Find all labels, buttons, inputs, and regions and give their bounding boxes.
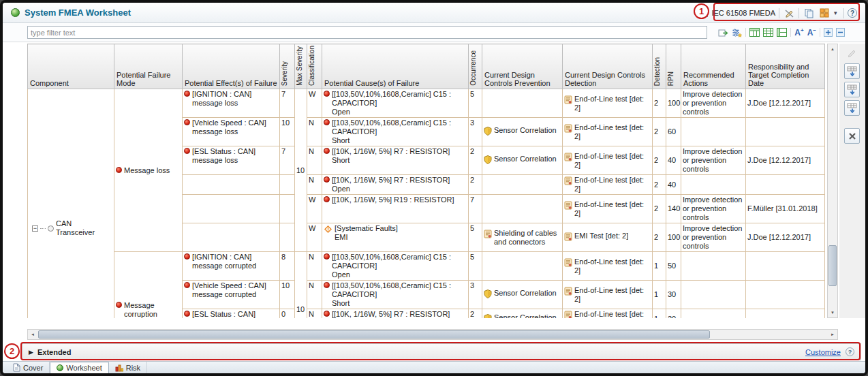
insert-below-button-2[interactable] <box>844 82 860 97</box>
cell-detection_controls[interactable]: End-of-Line test [det: 2] <box>563 146 653 175</box>
cell-effect[interactable] <box>183 175 280 195</box>
cell-severity[interactable]: 10 <box>280 281 295 309</box>
cell-detection_controls[interactable]: End-of-Line test [det: 2] <box>563 89 653 118</box>
tab-risk[interactable]: Risk <box>109 362 147 373</box>
cell-effect[interactable] <box>183 223 280 252</box>
cell-prevention[interactable]: Sensor Correlation <box>482 309 563 319</box>
scroll-down-arrow[interactable]: ▼ <box>828 308 837 317</box>
cell-detection_controls[interactable]: End-of-Line test [det: 2] <box>563 175 653 195</box>
cell-cause[interactable]: [[103,50V,10%,1608,Ceramic] C15 : CAPACI… <box>322 89 469 118</box>
cell-occurrence[interactable]: 2 <box>469 309 482 319</box>
cell-severity[interactable] <box>280 175 295 195</box>
cell-occurrence[interactable]: 2 <box>469 146 482 175</box>
table-view-side-icon[interactable] <box>777 27 787 38</box>
cell-detection_controls[interactable]: End-of-Line test [det: 2] <box>563 118 653 146</box>
cell-rpn[interactable]: 60 <box>666 118 681 146</box>
cell-detection_controls[interactable]: End-of-Line test [det: 2] <box>563 309 653 319</box>
cell-detection_controls[interactable]: End-of-Line test [det: 2] <box>563 195 653 223</box>
cell-responsibility[interactable] <box>746 175 825 195</box>
cell-responsibility[interactable]: J.Doe [12.12.2017] <box>746 223 825 252</box>
cell-rpn[interactable]: 140 <box>666 195 681 223</box>
cell-occurrence[interactable]: 3 <box>469 118 482 146</box>
cell-prevention[interactable] <box>482 89 563 118</box>
cell-recommended[interactable]: Improve detection or prevention controls <box>681 146 746 175</box>
delete-row-button[interactable] <box>844 128 860 144</box>
font-increase-icon[interactable]: A+ <box>794 27 803 38</box>
cell-classification[interactable]: N <box>307 309 322 319</box>
cell-effect[interactable]: [IGNITION : CAN]message loss <box>183 89 280 118</box>
cell-occurrence[interactable]: 7 <box>469 195 482 223</box>
cell-severity[interactable]: 7 <box>280 89 295 118</box>
cell-recommended[interactable]: Improve detection or prevention controls <box>681 223 746 252</box>
cell-responsibility[interactable] <box>746 252 825 281</box>
cell-severity[interactable]: 7 <box>280 146 295 175</box>
cell-recommended[interactable]: Improve detection or prevention controls <box>681 195 746 223</box>
cell-classification[interactable]: N <box>307 146 322 175</box>
cell-responsibility[interactable]: J.Doe [12.12.2017] <box>746 146 825 175</box>
tab-cover[interactable]: Cover <box>7 362 50 373</box>
cell-severity[interactable]: 8 <box>280 252 295 281</box>
expand-all-icon[interactable] <box>824 27 833 38</box>
cell-responsibility[interactable]: F.Müller [31.01.2018] <box>746 195 825 223</box>
cell-rpn[interactable]: 40 <box>666 146 681 175</box>
cell-occurrence[interactable]: 5 <box>469 223 482 252</box>
export-icon[interactable] <box>718 27 728 38</box>
cell-rpn[interactable]: 50 <box>666 252 681 281</box>
cell-prevention[interactable] <box>482 252 563 281</box>
cell-classification[interactable]: N <box>307 281 322 309</box>
cell-cause[interactable]: [[10K, 1/16W, 5%] R7 : RESISTOR]Short <box>322 309 469 319</box>
cell-rpn[interactable]: 40 <box>666 175 681 195</box>
scroll-right-arrow[interactable]: ► <box>828 330 837 339</box>
cell-rpn[interactable]: 100 <box>666 89 681 118</box>
cell-occurrence[interactable]: 5 <box>469 252 482 281</box>
cell-occurrence[interactable]: 2 <box>469 175 482 195</box>
filter-input[interactable] <box>27 26 707 39</box>
cell-detection_controls[interactable]: End-of-Line test [det: 2] <box>563 252 653 281</box>
cell-classification[interactable]: W <box>307 89 322 118</box>
cell-detection[interactable]: 2 <box>653 223 666 252</box>
cell-detection[interactable]: 1 <box>653 281 666 309</box>
cell-cause[interactable]: [[103,50V,10%,1608,Ceramic] C15 : CAPACI… <box>322 281 469 309</box>
cell-recommended[interactable] <box>681 118 746 146</box>
cell-prevention[interactable] <box>482 195 563 223</box>
cell-effect[interactable]: [ESL Status : CAN]message loss <box>183 146 280 175</box>
cell-cause[interactable]: [Systematic Faults]EMI <box>322 223 469 252</box>
scroll-up-arrow[interactable]: ▲ <box>828 44 837 54</box>
cell-prevention[interactable]: Sensor Correlation <box>482 281 563 309</box>
cell-detection[interactable]: 2 <box>653 146 666 175</box>
cell-effect[interactable]: [Vehicle Speed : CAN]message loss <box>183 118 280 146</box>
cell-classification[interactable]: W <box>307 195 322 223</box>
cell-recommended[interactable] <box>681 281 746 309</box>
cell-prevention[interactable] <box>482 175 563 195</box>
cell-recommended[interactable] <box>681 175 746 195</box>
collapse-all-icon[interactable] <box>836 27 845 38</box>
scroll-left-arrow[interactable]: ◄ <box>28 330 37 339</box>
cell-recommended[interactable]: Improve detection or prevention controls <box>681 89 746 118</box>
cell-max_severity[interactable]: 10 <box>295 89 307 252</box>
vertical-scroll-thumb[interactable] <box>828 245 837 286</box>
insert-below-button-1[interactable] <box>844 63 860 79</box>
cell-severity[interactable] <box>280 195 295 223</box>
cell-detection[interactable]: 2 <box>653 118 666 146</box>
cell-detection[interactable]: 2 <box>653 89 666 118</box>
table-view-grid-icon[interactable] <box>763 27 773 38</box>
cell-detection[interactable]: 1 <box>653 252 666 281</box>
cell-recommended[interactable] <box>681 252 746 281</box>
cell-detection[interactable]: 2 <box>653 175 666 195</box>
cell-responsibility[interactable] <box>746 309 825 319</box>
font-decrease-icon[interactable]: A− <box>807 27 816 38</box>
cell-responsibility[interactable]: J.Doe [12.12.2017] <box>746 89 825 118</box>
cell-cause[interactable]: [[103,50V,10%,1608,Ceramic] C15 : CAPACI… <box>322 252 469 281</box>
cell-cause[interactable]: [[103,50V,10%,1608,Ceramic] C15 : CAPACI… <box>322 118 469 146</box>
tab-worksheet[interactable]: Worksheet <box>50 362 108 373</box>
insert-below-button-3[interactable] <box>844 100 860 116</box>
table-view-header-icon[interactable] <box>749 27 760 38</box>
cell-occurrence[interactable]: 3 <box>469 281 482 309</box>
cell-detection[interactable]: 2 <box>653 195 666 223</box>
cell-rpn[interactable]: 100 <box>666 223 681 252</box>
cell-effect[interactable]: [ESL Status : CAN]message corrupted <box>183 309 280 319</box>
cell-failure_mode[interactable]: Message loss <box>114 89 183 252</box>
cell-cause[interactable]: [[10K, 1/16W, 5%] R19 : RESISTOR] <box>322 195 469 223</box>
cell-severity[interactable]: 0 <box>280 309 295 319</box>
view-settings-icon[interactable] <box>732 27 742 38</box>
